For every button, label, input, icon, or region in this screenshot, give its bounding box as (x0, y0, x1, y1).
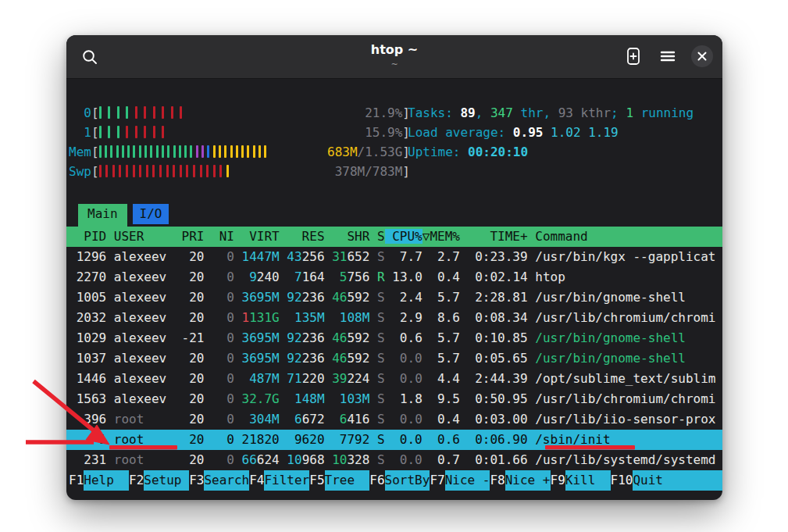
meter-bar (171, 106, 173, 119)
load-average-line: Load average: 0.95 1.02 1.19 (408, 123, 694, 142)
fkey-f6-button[interactable]: SortBy (385, 470, 430, 491)
text-segment: 347 (490, 105, 513, 120)
meter-bar (253, 145, 255, 158)
text-segment: 0 (212, 249, 242, 264)
text-segment: , (476, 105, 490, 120)
meter-bar (144, 145, 147, 158)
meter-bar (180, 165, 182, 177)
meter-bar (99, 126, 102, 138)
process-row[interactable]: 1037 alexeev 20 0 3695M 92236 46592 S 0.… (66, 348, 722, 369)
process-row[interactable]: 1005 alexeev 20 0 3695M 92236 46592 S 2.… (66, 287, 722, 308)
text-segment: S 0.0 (377, 371, 423, 386)
text-segment: root (114, 452, 182, 467)
meter-bar (162, 106, 164, 119)
meter-track: 378M/783M (99, 162, 403, 181)
fkey-f10-key: F10 (611, 470, 633, 491)
meter-bar (126, 126, 128, 138)
new-tab-button[interactable] (622, 45, 644, 67)
meter-bar (122, 145, 124, 158)
text-segment: 236 (302, 290, 333, 305)
text-segment: 0 (212, 310, 242, 325)
fkey-f7-button[interactable]: Nice - (445, 470, 490, 491)
meter-bar (167, 145, 169, 158)
process-row[interactable]: 1446 alexeev 20 0 487M 71220 39224 S 0.0… (66, 369, 722, 389)
fkey-f8-button[interactable]: Nice + (505, 470, 551, 491)
text-segment: 652 (347, 249, 377, 264)
text-segment: 487M 71 (249, 371, 301, 386)
tab-main[interactable]: Main (78, 204, 127, 227)
text-segment: root (114, 412, 182, 427)
text-segment: 31 (332, 249, 347, 264)
text-segment: 2.4 5.7 2:28.81 /usr/bin/gnome-shell (385, 290, 686, 305)
meter-value: 15.9% (365, 123, 402, 142)
text-segment: 46 (332, 330, 347, 345)
process-row[interactable]: 396 root 20 0 304M 6672 6416 S 0.0 0.4 0… (66, 409, 722, 430)
meter-open-bracket: [ (91, 162, 99, 181)
text-segment: 4.4 2:44.39 /opt/sublime_text/sublim (423, 371, 716, 386)
text-segment: /usr/bin/gnome-shell (535, 330, 686, 345)
text-segment: 32.7G (242, 391, 280, 406)
text-segment: 240 (257, 270, 294, 284)
meter-bar (108, 106, 110, 119)
menu-button[interactable] (657, 45, 679, 67)
meter-value: 378M/783M (335, 162, 403, 181)
process-row[interactable]: 1563 alexeev 20 0 32.7G 148M 103M S 1.8 … (66, 389, 722, 409)
text-segment: 0 (212, 452, 242, 467)
text-segment: 164 (302, 270, 340, 284)
fkey-f1-button[interactable]: Help (84, 470, 129, 491)
text-segment: 378M/783M (335, 164, 403, 179)
meter-bar (259, 145, 261, 158)
fkey-f2-button[interactable]: Setup (144, 470, 189, 491)
process-row[interactable]: 2270 alexeev 20 0 9240 7164 5756 R 13.0 … (66, 267, 722, 287)
meter-bar (264, 145, 266, 158)
text-segment: 93 kthr (558, 105, 611, 120)
meter-bar (112, 165, 115, 177)
meter-bar (180, 106, 182, 119)
text-segment: 304M 6 (242, 412, 302, 427)
text-segment: /1.53G (358, 145, 403, 159)
process-row[interactable]: 1029 alexeev -21 0 3695M 92236 46592 S 0… (66, 328, 722, 348)
text-segment: 0.4 0:03.00 /usr/lib/iio-sensor-prox (423, 412, 716, 427)
fkey-f3-button[interactable]: Search (204, 470, 249, 491)
text-segment: 328 (347, 452, 377, 467)
process-row[interactable]: 2032 alexeev 20 0 1131G 135M 108M S 2.9 … (66, 308, 722, 328)
meter-bar (219, 145, 221, 158)
meter-bar (206, 165, 209, 177)
meter-bar (117, 106, 119, 119)
text-segment: 2.9 8.6 0:08.34 /usr/lib/chromium/chromi (385, 310, 716, 325)
fkey-f3-key: F3 (189, 470, 204, 491)
process-row[interactable]: 1296 alexeev 20 0 1447M 43256 31652 S 7.… (66, 247, 722, 267)
meter-bar (190, 145, 192, 158)
process-row-selected[interactable]: 1 root 20 0 21820 9620 7792 S 0.0 0.6 0:… (66, 430, 722, 450)
text-segment: 7 (294, 270, 302, 284)
tab-io[interactable]: I/O (133, 204, 169, 224)
text-segment: 1.02 1.19 (551, 125, 619, 140)
fkey-f10-button[interactable]: Quit (633, 470, 722, 491)
terminal: Tasks: 89, 347 thr, 93 kthr; 1 runningLo… (66, 79, 722, 500)
meter-label: Mem (69, 142, 91, 162)
meter-bar (152, 165, 155, 177)
text-segment: 592 (347, 290, 377, 305)
meter-bar (193, 165, 195, 177)
text-segment: 6 (340, 412, 348, 427)
meter-bar (119, 165, 121, 177)
process-row[interactable]: 231 root 20 0 66624 10968 10328 S 0.0 0.… (66, 450, 722, 470)
fkey-f4-button[interactable]: Filter (264, 470, 309, 491)
meter-bar (207, 145, 209, 158)
meter-bar (139, 145, 141, 158)
text-segment: 46 (332, 290, 347, 305)
fkey-f2-key: F2 (129, 470, 144, 491)
meter-bar (173, 145, 176, 158)
meter-bar (153, 126, 155, 138)
text-segment: S 0.0 (377, 452, 423, 467)
text-segment: 10 (287, 452, 301, 467)
meter-bar (105, 145, 107, 158)
fkey-f9-button[interactable]: Kill (565, 470, 611, 491)
fkey-f5-button[interactable]: Tree (325, 470, 370, 491)
meter-0: 0[21.9%] (66, 103, 410, 123)
close-button[interactable] (691, 45, 713, 67)
meter-bar (162, 145, 164, 158)
meter-bar (144, 126, 146, 138)
meter-bar (173, 165, 175, 177)
table-header[interactable]: PID USER PRI NI VIRT RES SHR S CPU%▽MEM%… (66, 227, 722, 247)
